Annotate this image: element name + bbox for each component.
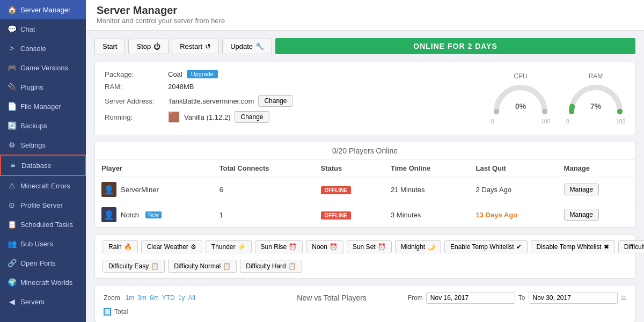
stop-button[interactable]: Stop ⏻ xyxy=(128,39,169,54)
running-row: Running: 🟫 Vanilla (1.12.2) Change xyxy=(105,111,480,123)
cmd-icon-r2-1: 📋 xyxy=(223,262,231,270)
zoom-option-6m[interactable]: 6m xyxy=(150,294,159,302)
time-online-0: 21 Minutes xyxy=(384,177,470,202)
sidebar-item-database[interactable]: ≡Database xyxy=(0,155,86,176)
cmd-icon-5: ⏰ xyxy=(378,243,386,251)
cmd-btn-9[interactable]: Difficulty Peaceful 📋 xyxy=(618,240,644,253)
online-status: ONLINE FOR 2 DAYS xyxy=(275,38,635,54)
sidebar-item-minecraft-worlds[interactable]: 🌍Minecraft Worlds xyxy=(0,273,86,292)
cmd-btn-2[interactable]: Thunder ⚡ xyxy=(206,240,252,253)
sidebar-label-scheduled-tasks: Scheduled Tasks xyxy=(20,221,73,229)
zoom-option-1m[interactable]: 1m xyxy=(126,294,135,302)
cmd-btn-7[interactable]: Enable Temp Whitelist ✔ xyxy=(444,240,528,253)
cmd-btn-row2-1[interactable]: Difficulty Normal 📋 xyxy=(168,260,237,273)
cmd-btn-4[interactable]: Noon ⏰ xyxy=(306,240,343,253)
update-button[interactable]: Update 🔧 xyxy=(222,39,272,54)
sidebar-icon-scheduled-tasks: 📋 xyxy=(8,220,16,229)
sidebar-label-file-manager: File Manager xyxy=(20,103,61,111)
sidebar-icon-minecraft-worlds: 🌍 xyxy=(8,278,16,287)
sidebar-icon-servers: ◀ xyxy=(8,297,16,306)
zoom-option-All[interactable]: All xyxy=(188,294,195,302)
sidebar-item-file-manager[interactable]: 📄File Manager xyxy=(0,97,86,116)
sidebar-item-servers[interactable]: ◀Servers xyxy=(0,292,86,311)
change-address-button[interactable]: Change xyxy=(258,95,292,107)
cmd-icon-r2-0: 📋 xyxy=(151,262,159,270)
cpu-minmax: 0 100 xyxy=(491,119,550,125)
players-header: 0/20 Players Online xyxy=(95,142,635,160)
to-date-input[interactable] xyxy=(529,292,618,304)
change-running-button[interactable]: Change xyxy=(235,111,269,123)
sidebar-item-profile-server[interactable]: ⊙Profile Server xyxy=(0,195,86,215)
from-label: From xyxy=(408,294,423,302)
sidebar: 🏠Server Manager💬Chat>Console🎮Game Versio… xyxy=(0,0,86,322)
stop-icon: ⏻ xyxy=(153,42,160,50)
sidebar-label-database: Database xyxy=(21,162,52,170)
manage-cell-0: Manage xyxy=(558,177,635,202)
cmd-btn-row2-0[interactable]: Difficulty Easy 📋 xyxy=(103,260,165,273)
zoom-option-3m[interactable]: 3m xyxy=(137,294,147,302)
toolbar: Start Stop ⏻ Restart ↺ Update 🔧 ONLINE F… xyxy=(94,38,635,54)
ram-gauge: RAM 7% 0 100 xyxy=(566,72,625,125)
from-date-input[interactable] xyxy=(426,292,515,304)
manage-button-0[interactable]: Manage xyxy=(564,184,599,195)
sidebar-item-chat[interactable]: 💬Chat xyxy=(0,19,86,39)
sidebar-icon-minecraft-errors: ⚠ xyxy=(8,181,16,190)
player-name-1: Notch xyxy=(121,211,139,219)
ram-label: RAM: xyxy=(105,83,164,91)
sidebar-icon-chat: 💬 xyxy=(8,25,16,33)
start-button[interactable]: Start xyxy=(94,39,125,54)
page-title: Server Manager xyxy=(97,4,633,17)
restart-icon: ↺ xyxy=(205,42,211,50)
cpu-gauge: CPU 0% 0 100 xyxy=(491,72,550,125)
sidebar-item-sub-users[interactable]: 👥Sub Users xyxy=(0,234,86,253)
zoom-option-YTD[interactable]: YTD xyxy=(162,294,175,302)
chart-menu-icon[interactable]: ≡ xyxy=(621,292,627,304)
page-subtitle: Monitor and control your server from her… xyxy=(97,17,633,25)
minecraft-icon: 🟫 xyxy=(168,111,180,123)
manage-button-1[interactable]: Manage xyxy=(564,209,599,221)
sidebar-label-settings: Settings xyxy=(20,141,46,149)
sidebar-label-server-manager: Server Manager xyxy=(20,6,70,14)
sidebar-item-scheduled-tasks[interactable]: 📋Scheduled Tasks xyxy=(0,215,86,234)
commands-bar: Rain 🔥Clear Weather ⚙Thunder ⚡Sun Rise ⏰… xyxy=(94,235,635,279)
zoom-option-1y[interactable]: 1y xyxy=(178,294,185,302)
restart-button[interactable]: Restart ↺ xyxy=(172,39,219,54)
offline-badge-1: OFFLINE xyxy=(321,211,352,219)
cmd-btn-8[interactable]: Disable Temp Whitelist ✖ xyxy=(531,240,615,253)
cmd-icon-1: ⚙ xyxy=(191,243,196,251)
sidebar-item-console[interactable]: >Console xyxy=(0,39,86,58)
sidebar-icon-settings: ⚙ xyxy=(8,141,16,149)
player-avatar-0: 👤 xyxy=(101,182,116,197)
sidebar-label-console: Console xyxy=(20,45,46,53)
cmd-btn-row2-2[interactable]: Difficulty Hard 📋 xyxy=(240,260,302,273)
sidebar-item-open-ports[interactable]: 🔗Open Ports xyxy=(0,253,86,273)
sidebar-item-plugins[interactable]: 🔌Plugins xyxy=(0,77,86,97)
cmd-btn-6[interactable]: Midnight 🌙 xyxy=(395,240,441,253)
sidebar-label-minecraft-worlds: Minecraft Worlds xyxy=(20,279,72,287)
player-cell-0: 👤ServerMiner xyxy=(95,177,213,202)
date-range: From To ≡ xyxy=(408,292,626,304)
sidebar-item-game-versions[interactable]: 🎮Game Versions xyxy=(0,58,86,77)
sidebar-label-game-versions: Game Versions xyxy=(20,64,68,72)
sidebar-item-settings[interactable]: ⚙Settings xyxy=(0,135,86,155)
server-info-card: Package: Coal Upgrade RAM: 2048MB Server… xyxy=(94,62,635,135)
players-table-body: 👤ServerMiner6OFFLINE21 Minutes2 Days Ago… xyxy=(95,177,635,228)
cmd-btn-3[interactable]: Sun Rise ⏰ xyxy=(255,240,303,253)
page-header: Server Manager Monitor and control your … xyxy=(86,0,644,31)
sidebar-item-server-manager[interactable]: 🏠Server Manager xyxy=(0,0,86,19)
cmd-btn-1[interactable]: Clear Weather ⚙ xyxy=(141,240,202,253)
last-quit-1: 13 Days Ago xyxy=(470,202,558,228)
sidebar-item-minecraft-errors[interactable]: ⚠Minecraft Errors xyxy=(0,176,86,195)
address-value: TankBattle.serverminer.com xyxy=(168,97,254,105)
ram-gauge-label: RAM xyxy=(566,72,625,80)
status-0: OFFLINE xyxy=(314,177,384,202)
new-badge: New xyxy=(145,211,162,218)
players-card: 0/20 Players Online PlayerTotal Connects… xyxy=(94,142,635,228)
col-manage: Manage xyxy=(558,160,635,177)
upgrade-button[interactable]: Upgrade xyxy=(187,70,218,78)
player-name-0: ServerMiner xyxy=(121,186,159,194)
cmd-btn-5[interactable]: Sun Set ⏰ xyxy=(347,240,392,253)
legend-label-total: Total xyxy=(114,308,128,316)
sidebar-item-backups[interactable]: 🔄Backups xyxy=(0,116,86,135)
cmd-btn-0[interactable]: Rain 🔥 xyxy=(103,240,138,253)
